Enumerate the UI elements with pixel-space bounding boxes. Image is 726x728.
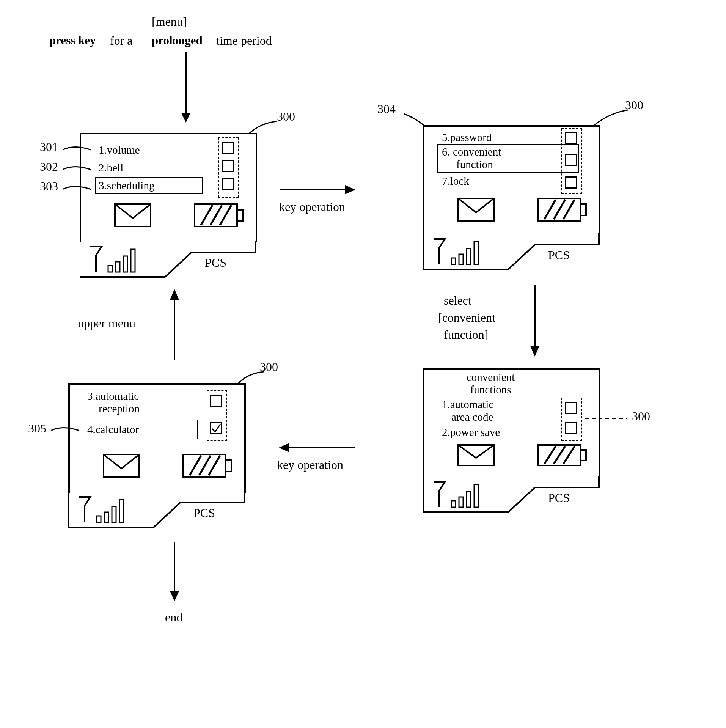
scroll-box-icon [222,142,234,154]
svg-line-33 [199,456,211,475]
selection-convenient [437,144,579,173]
submenu-title: convenient functions [467,371,515,396]
scrollbar-bl[interactable] [207,390,227,441]
svg-rect-38 [119,500,124,522]
svg-line-6 [211,205,222,225]
scroll-box-icon [565,132,577,144]
menu-item-lock[interactable]: 7.lock [442,175,469,187]
device-top-right: 5.password 6. convenient function 7.lock [423,125,601,273]
svg-marker-25 [530,346,539,357]
svg-marker-27 [170,289,179,300]
svg-rect-31 [226,460,231,472]
svg-line-17 [544,200,556,219]
svg-rect-11 [131,249,135,272]
svg-rect-36 [104,512,108,522]
arrow-top-down [178,52,193,124]
arrow-tr-br [527,285,542,358]
menu-item-volume[interactable]: 1.volume [99,143,140,156]
leader-303 [63,184,93,195]
svg-line-46 [563,446,575,464]
label-upper-menu: upper menu [78,317,135,330]
label-press-key: press key [49,34,96,47]
diagram-canvas: press key for a [menu] prolonged time pe… [11,11,715,717]
svg-marker-13 [345,185,355,194]
svg-line-45 [554,446,565,464]
ref-300-br: 300 [632,410,650,423]
label-key-operation-2: key operation [277,458,343,472]
menu-item-password[interactable]: 5.password [442,131,492,144]
envelope-icon [102,453,140,478]
scroll-box-icon [565,176,577,189]
label-prolonged: prolonged [152,34,203,47]
svg-line-44 [544,446,556,464]
label-time-period: time period [216,34,272,47]
signal-icon [87,245,152,275]
selection-scheduling [95,177,203,194]
ref-305: 305 [28,422,46,435]
svg-rect-50 [474,484,478,507]
pcs-label: PCS [205,256,226,269]
scrollbar-tl[interactable] [218,137,239,198]
menu-item-power-save[interactable]: 2.power save [442,426,500,439]
svg-marker-1 [181,113,190,123]
ref-301: 301 [40,140,58,154]
scroll-box-icon [565,422,577,434]
arrow-br-bl [277,440,357,455]
label-for-a: for a [110,34,133,47]
scroll-box-icon [222,160,234,172]
leader-305 [51,425,81,436]
label-select-l1: select [444,294,471,307]
svg-marker-40 [279,443,289,452]
svg-rect-16 [580,204,586,215]
svg-rect-20 [451,258,456,264]
leader-302 [63,164,93,175]
label-end: end [165,611,182,624]
scroll-box-icon [222,178,234,190]
envelope-icon [457,197,495,222]
signal-icon [431,480,495,510]
menu-item-auto-reception[interactable]: 3.automatic reception [87,390,140,415]
scrollbar-br[interactable] [561,398,582,441]
label-menu-bracket: [menu] [152,15,187,28]
label-key-operation-1: key operation [279,200,345,214]
svg-marker-53 [170,591,179,601]
pcs-label: PCS [548,491,570,505]
ref-304: 304 [377,102,396,116]
svg-rect-10 [123,256,127,272]
battery-icon [193,203,245,228]
svg-rect-43 [580,450,586,461]
battery-icon [537,197,588,222]
svg-rect-8 [108,266,112,272]
envelope-icon [457,444,495,467]
signal-icon [76,495,140,525]
battery-icon [182,453,233,478]
scrollbar-tr[interactable] [561,128,582,194]
svg-line-32 [190,456,201,475]
svg-line-19 [563,200,575,219]
menu-item-auto-area-code[interactable]: 1.automatic area code [442,398,493,423]
ref-302: 302 [40,160,58,173]
device-top-left: 1.volume 2.bell 3.scheduling [80,133,258,281]
arrow-tl-tr [278,182,357,197]
ref-303: 303 [40,180,58,193]
pcs-label: PCS [548,248,570,262]
scroll-box-icon [565,154,577,166]
scroll-box-icon [210,395,222,407]
svg-rect-47 [451,501,456,507]
scroll-box-checked-icon [210,422,222,434]
leader-301 [63,144,93,156]
label-select-l3: function] [444,328,488,341]
label-select-l2: [convenient [438,311,495,324]
arrow-bl-end [167,542,182,603]
device-bottom-left: 3.automatic reception 4.calculator [68,383,247,531]
svg-rect-4 [237,210,243,221]
signal-icon [431,237,495,267]
menu-item-bell[interactable]: 2.bell [99,161,123,174]
svg-rect-48 [459,497,463,507]
svg-rect-37 [112,506,116,522]
svg-rect-35 [97,516,101,522]
svg-line-5 [201,205,212,225]
envelope-icon [114,203,152,228]
svg-line-7 [220,205,231,225]
svg-rect-49 [467,491,471,507]
